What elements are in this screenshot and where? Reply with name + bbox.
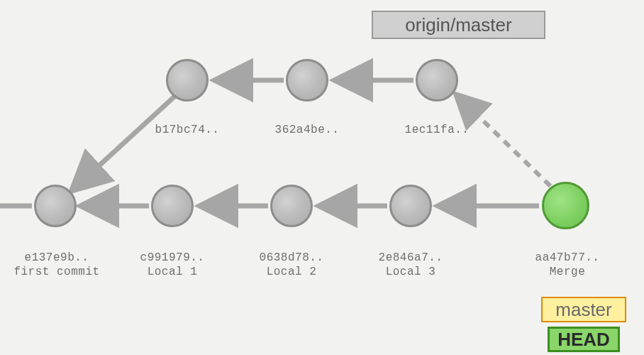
commit-label-aa47b77: aa47b77.. Merge <box>535 251 600 279</box>
edge-c4-u3-dashed <box>457 96 550 186</box>
commit-label-e137e9b: e137e9b.. first commit <box>13 251 99 279</box>
ref-origin-master: origin/master <box>372 11 545 39</box>
commit-hash-362a4be: 362a4be.. <box>275 123 340 137</box>
git-commit-graph: b17bc74.. 362a4be.. 1ec11fa.. e137e9b.. … <box>0 0 644 355</box>
commit-node-2e846a7 <box>389 185 432 227</box>
commit-node-aa47b77-head <box>542 182 589 229</box>
commit-node-e137e9b <box>34 185 77 227</box>
commit-node-362a4be <box>286 59 328 102</box>
edge-u1-c0 <box>74 97 174 189</box>
ref-master: master <box>541 297 626 322</box>
commit-label-2e846a7: 2e846a7.. Local 3 <box>379 251 443 279</box>
commit-node-b17bc74 <box>166 59 209 102</box>
commit-node-c991979 <box>151 185 194 227</box>
commit-hash-b17bc74: b17bc74.. <box>155 123 220 137</box>
commit-node-0638d78 <box>270 185 313 227</box>
commit-label-0638d78: 0638d78.. Local 2 <box>260 251 324 279</box>
ref-head: HEAD <box>548 327 620 352</box>
commit-label-c991979: c991979.. Local 1 <box>140 251 205 279</box>
commit-node-1ec11fa <box>416 59 458 102</box>
commit-hash-1ec11fa: 1ec11fa.. <box>405 123 470 137</box>
